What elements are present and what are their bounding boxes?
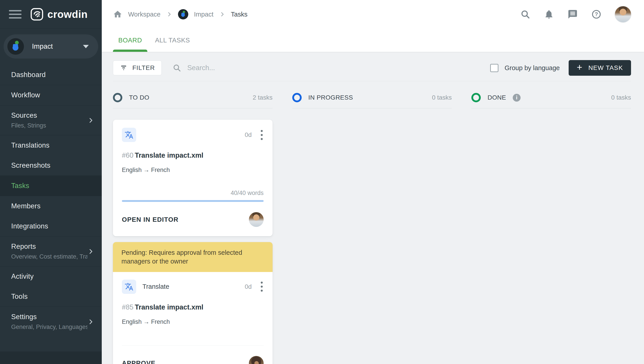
messages-icon[interactable] xyxy=(567,9,578,20)
task-card-60[interactable]: 0d #60Translate impact.xml English → Fre… xyxy=(113,120,273,236)
task-progress-bar xyxy=(122,200,264,202)
task-language-pair: English → French xyxy=(122,318,264,325)
search-box xyxy=(172,64,490,72)
sidebar-item-workflow[interactable]: Workflow xyxy=(0,85,102,105)
tab-all-tasks[interactable]: ALL TASKS xyxy=(155,28,190,52)
column-todo-header: TO DO 2 tasks xyxy=(113,93,273,108)
hamburger-menu-icon[interactable] xyxy=(9,10,22,18)
column-done-header: DONE i 0 tasks xyxy=(471,93,631,108)
sidebar-item-reports[interactable]: Reports Overview, Cost estimate, Transl… xyxy=(0,236,102,266)
sidebar-item-label: Screenshots xyxy=(11,162,94,170)
breadcrumb-workspace[interactable]: Workspace xyxy=(128,11,160,18)
breadcrumb-project-avatar xyxy=(178,9,188,20)
task-name: Translate impact.xml xyxy=(135,152,203,159)
sidebar-item-tasks[interactable]: Tasks xyxy=(0,176,102,196)
column-todo: TO DO 2 tasks 0d xyxy=(113,93,273,364)
sidebar-item-activity[interactable]: Activity xyxy=(0,266,102,286)
filter-button-label: FILTER xyxy=(132,64,155,72)
in-progress-status-circle-icon xyxy=(292,93,302,102)
chevron-right-icon xyxy=(87,117,94,124)
user-avatar[interactable] xyxy=(615,6,631,22)
sidebar-item-label: Tools xyxy=(11,292,94,300)
column-todo-cards: 0d #60Translate impact.xml English → Fre… xyxy=(113,120,273,364)
column-in-progress-header: IN PROGRESS 0 tasks xyxy=(292,93,452,108)
task-id: #85 xyxy=(122,303,133,311)
sidebar-item-translations[interactable]: Translations xyxy=(0,135,102,156)
approve-button[interactable]: APPROVE xyxy=(122,360,155,364)
sidebar-header: crowdin xyxy=(0,0,102,28)
sidebar-item-tools[interactable]: Tools xyxy=(0,286,102,306)
task-type-label: Translate xyxy=(142,283,169,290)
card-divider xyxy=(122,346,264,346)
project-avatar xyxy=(7,38,24,55)
sidebar-item-integrations[interactable]: Integrations xyxy=(0,216,102,236)
done-info-icon[interactable]: i xyxy=(513,94,521,102)
sidebar: crowdin Impact Dashboard Workflow Source… xyxy=(0,0,102,364)
column-title: TO DO xyxy=(129,94,149,101)
sidebar-item-members[interactable]: Members xyxy=(0,196,102,216)
sidebar-item-settings[interactable]: Settings General, Privacy, Languages, Q… xyxy=(0,307,102,336)
column-in-progress: IN PROGRESS 0 tasks xyxy=(292,93,452,364)
topbar: Workspace Impact Tasks xyxy=(102,0,644,28)
new-task-button[interactable]: + NEW TASK xyxy=(569,60,631,76)
translate-task-icon xyxy=(122,128,136,142)
toolbar-divider xyxy=(113,81,631,81)
task-due: 0d xyxy=(245,283,252,290)
project-switcher-wrap: Impact xyxy=(0,28,102,65)
project-name: Impact xyxy=(32,42,53,50)
group-by-language-toggle[interactable]: Group by language xyxy=(490,64,560,72)
column-task-count: 0 tasks xyxy=(611,94,631,101)
sidebar-footer xyxy=(0,352,102,364)
chevron-right-icon xyxy=(87,248,94,255)
group-by-language-label: Group by language xyxy=(505,64,560,72)
crowdin-logo[interactable]: crowdin xyxy=(31,8,88,21)
sidebar-item-label: Reports xyxy=(11,242,87,250)
open-in-editor-button[interactable]: OPEN IN EDITOR xyxy=(122,216,178,223)
help-icon[interactable]: ? xyxy=(591,9,601,20)
group-by-language-checkbox[interactable] xyxy=(490,64,498,72)
task-title[interactable]: #85Translate impact.xml xyxy=(122,303,264,311)
task-word-count: 40/40 words xyxy=(122,190,264,196)
assignee-avatar[interactable] xyxy=(249,356,264,364)
sidebar-item-label: Integrations xyxy=(11,222,94,230)
breadcrumb: Workspace Impact Tasks xyxy=(113,9,248,20)
toolbar: FILTER Group by language + NEW TASK xyxy=(113,60,631,76)
search-icon[interactable] xyxy=(520,9,530,20)
page-header: Workspace Impact Tasks xyxy=(102,0,644,52)
chevron-right-icon xyxy=(87,318,94,325)
task-menu-kebab-icon[interactable] xyxy=(260,129,264,141)
brand-name: crowdin xyxy=(47,8,88,20)
kanban-board: TO DO 2 tasks 0d xyxy=(113,93,631,364)
sidebar-item-label: Activity xyxy=(11,272,94,280)
home-icon[interactable] xyxy=(113,10,122,19)
task-language-pair: English → French xyxy=(122,166,264,174)
topbar-icons: ? xyxy=(520,6,631,22)
task-id: #60 xyxy=(122,152,133,159)
notifications-bell-icon[interactable] xyxy=(544,9,554,20)
sidebar-item-label: Translations xyxy=(11,141,94,150)
search-field-icon xyxy=(172,64,181,72)
sidebar-item-label: Settings xyxy=(11,313,87,321)
sidebar-item-screenshots[interactable]: Screenshots xyxy=(0,156,102,176)
sidebar-item-label: Tasks xyxy=(11,182,94,190)
new-task-button-label: NEW TASK xyxy=(588,64,623,72)
sidebar-item-dashboard[interactable]: Dashboard xyxy=(0,65,102,85)
sidebar-item-subtitle: Files, Strings xyxy=(11,122,87,129)
sidebar-item-sources[interactable]: Sources Files, Strings xyxy=(0,106,102,135)
sidebar-item-label: Workflow xyxy=(11,91,94,99)
project-switcher[interactable]: Impact xyxy=(4,34,98,58)
task-title[interactable]: #60Translate impact.xml xyxy=(122,152,264,160)
content-area: FILTER Group by language + NEW TASK T xyxy=(102,52,644,364)
task-card-85[interactable]: Pending: Requires approval from selected… xyxy=(113,242,273,364)
task-due: 0d xyxy=(245,131,252,138)
breadcrumb-project[interactable]: Impact xyxy=(194,11,213,18)
task-menu-kebab-icon[interactable] xyxy=(260,280,264,293)
tab-board[interactable]: BOARD xyxy=(118,28,142,52)
search-input[interactable] xyxy=(187,64,409,72)
assignee-avatar[interactable] xyxy=(249,212,264,227)
filter-button[interactable]: FILTER xyxy=(113,60,162,75)
chevron-right-icon xyxy=(219,12,225,17)
task-name: Translate impact.xml xyxy=(135,303,203,311)
todo-status-circle-icon xyxy=(113,93,122,102)
crowdin-logo-icon xyxy=(31,8,43,21)
